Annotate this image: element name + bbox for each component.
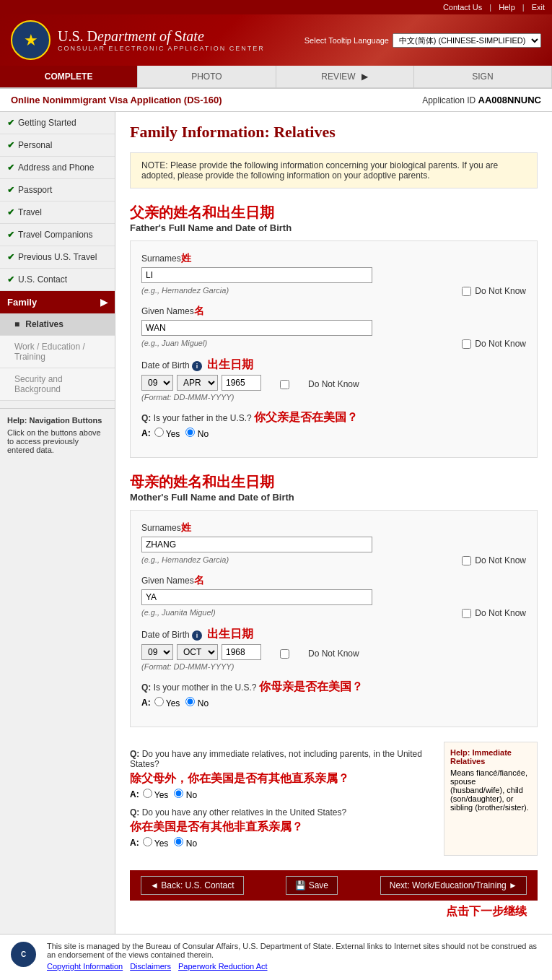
mother-dob-dontknow-checkbox[interactable] (265, 649, 305, 659)
sidebar-item-travel-companions[interactable]: ✔ Travel Companions (0, 224, 115, 246)
tab-complete[interactable]: COMPLETE (0, 66, 138, 87)
mother-surnames-dontknow-checkbox[interactable] (462, 556, 471, 565)
mother-surnames-group: Surnames姓 (e.g., Hernandez Garcia) Do No… (141, 521, 526, 565)
other-rel-no-radio[interactable] (174, 837, 183, 846)
top-bar: Contact Us | Help | Exit (0, 0, 552, 14)
sidebar-item-relatives[interactable]: ■ Relatives (0, 313, 115, 336)
main-layout: ✔ Getting Started ✔ Personal ✔ Address a… (0, 112, 552, 934)
father-in-us-group: Q: Is your father in the U.S.? 你父亲是否在美国？… (141, 410, 526, 439)
mother-surnames-input[interactable] (141, 537, 372, 552)
father-givennames-input[interactable] (141, 320, 372, 336)
sidebar-item-getting-started[interactable]: ✔ Getting Started (0, 112, 115, 134)
next-button[interactable]: Next: Work/Education/Training ► (380, 876, 527, 895)
father-surnames-input[interactable] (141, 267, 372, 283)
mother-dob-day-select[interactable]: 09 (141, 644, 173, 660)
help-link[interactable]: Help (499, 3, 515, 12)
sidebar-item-passport[interactable]: ✔ Passport (0, 179, 115, 201)
other-rel-yes-radio[interactable] (143, 837, 152, 846)
review-arrow-icon: ▶ (362, 71, 368, 82)
father-dob-dontknow-label: Do Not Know (308, 379, 359, 389)
department-name: U.S. Department of State (58, 28, 265, 45)
mother-title-cn: 母亲的姓名和出生日期 (130, 472, 538, 492)
app-id: Application ID AA008NNUNC (422, 95, 541, 105)
father-us-yes-radio[interactable] (154, 428, 164, 437)
mother-us-yes-radio[interactable] (154, 697, 164, 706)
paperwork-link[interactable]: Paperwork Reduction Act (178, 962, 268, 971)
sidebar-item-prev-us-travel[interactable]: ✔ Previous U.S. Travel (0, 246, 115, 269)
tab-sign[interactable]: SIGN (414, 66, 552, 87)
mother-us-no-radio[interactable] (185, 697, 195, 706)
mother-givennames-dontknow-label: Do Not Know (475, 608, 526, 618)
header: ★ U.S. Department of State CONSULAR ELEC… (0, 14, 552, 66)
check-icon: ✔ (7, 140, 14, 150)
footer-links: Copyright Information Disclaimers Paperw… (47, 962, 541, 971)
note-box: NOTE: Please provide the following infor… (130, 152, 538, 188)
father-surnames-group: Surnames姓 (e.g., Hernandez Garcia) Do No… (141, 252, 526, 296)
father-surnames-dontknow-checkbox[interactable] (462, 287, 471, 296)
check-icon: ✔ (7, 185, 14, 195)
mother-dob-info-icon[interactable]: i (192, 630, 202, 641)
mother-section-header: 母亲的姓名和出生日期 Mother's Full Name and Date o… (130, 472, 538, 503)
q2-cn-text: 你在美国是否有其他非直系亲属？ (130, 820, 437, 835)
immediate-relatives-group: Q: Do you have any immediate relatives, … (130, 749, 437, 800)
mother-dob-month-select[interactable]: OCTJANFEBMARAPRMAYJUNJULAUGSEPNOVDEC (177, 644, 218, 660)
check-icon: ✔ (7, 207, 14, 217)
immediate-relatives-help: Help: Immediate Relatives Means fiancé/f… (444, 742, 538, 856)
app-id-value: AA008NNUNC (478, 95, 541, 105)
check-icon: ✔ (7, 274, 14, 285)
imm-rel-no-radio[interactable] (174, 789, 183, 798)
mother-givennames-group: Given Names名 (e.g., Juanita Miguel) Do N… (141, 574, 526, 618)
sidebar-item-us-contact[interactable]: ✔ U.S. Contact (0, 269, 115, 291)
father-dob-info-icon[interactable]: i (192, 361, 202, 371)
mother-dob-group: Date of Birth i 出生日期 09 OCTJANFEBMARAPRM… (141, 627, 526, 671)
sidebar-item-family[interactable]: Family ▶ (0, 291, 115, 313)
app-header: Online Nonimmigrant Visa Application (DS… (0, 89, 552, 112)
check-icon: ✔ (7, 118, 14, 128)
language-selector[interactable]: Select Tooltip Language 中文(简体) (CHINESE-… (305, 33, 541, 48)
save-button[interactable]: 💾 Save (286, 876, 338, 895)
father-surnames-dontknow-label: Do Not Know (475, 286, 526, 296)
father-dob-month-select[interactable]: APRJANFEBMARMAYJUNJULAUGSEPOCTNOVDEC (177, 375, 218, 391)
check-icon: ✔ (7, 230, 14, 240)
relatives-section: Q: Do you have any immediate relatives, … (130, 742, 538, 856)
sidebar-item-address-phone[interactable]: ✔ Address and Phone (0, 157, 115, 179)
tab-photo[interactable]: PHOTO (138, 66, 276, 87)
bullet-icon: ■ (14, 319, 19, 329)
imm-rel-yes-radio[interactable] (143, 789, 152, 798)
other-relatives-group: Q: Do you have any other relatives in th… (130, 807, 437, 849)
contact-us-link[interactable]: Contact Us (443, 3, 482, 12)
language-dropdown[interactable]: 中文(简体) (CHINESE-SIMPLIFIED) English (393, 33, 541, 48)
father-form: Surnames姓 (e.g., Hernandez Garcia) Do No… (130, 240, 538, 458)
sidebar-item-travel[interactable]: ✔ Travel (0, 201, 115, 224)
main-content: Family Information: Relatives NOTE: Plea… (115, 112, 552, 934)
mother-givennames-input[interactable] (141, 589, 372, 605)
father-givennames-dontknow-label: Do Not Know (475, 339, 526, 349)
father-dob-dontknow-checkbox[interactable] (265, 380, 305, 389)
mother-dob-year-input[interactable] (222, 644, 261, 660)
father-dob-year-input[interactable] (222, 375, 261, 391)
back-button[interactable]: ◄ Back: U.S. Contact (141, 876, 244, 895)
sidebar-help: Help: Navigation Buttons Click on the bu… (0, 408, 115, 461)
father-title-cn: 父亲的姓名和出生日期 (130, 203, 538, 222)
sidebar-item-security-background[interactable]: Security and Background (0, 368, 115, 401)
father-givennames-dontknow-checkbox[interactable] (462, 339, 471, 349)
q1-cn-text: 除父母外，你在美国是否有其他直系亲属？ (130, 771, 437, 786)
father-dob-group: Date of Birth i 出生日期 09 APRJANFEBMARMAYJ… (141, 357, 526, 402)
bottom-nav: ◄ Back: U.S. Contact 💾 Save Next: Work/E… (130, 870, 538, 901)
click-hint: 点击下一步继续 (130, 901, 538, 923)
tab-review[interactable]: REVIEW ▶ (276, 66, 414, 87)
sidebar-item-personal[interactable]: ✔ Personal (0, 134, 115, 157)
check-icon: ✔ (7, 252, 14, 262)
sidebar-item-work-education[interactable]: Work / Education / Training (0, 336, 115, 368)
mother-givennames-dontknow-checkbox[interactable] (462, 609, 471, 618)
mother-dob-dontknow-label: Do Not Know (308, 649, 359, 659)
father-us-no-radio[interactable] (185, 428, 195, 437)
check-icon: ✔ (7, 162, 14, 173)
app-title: Online Nonimmigrant Visa Application (DS… (11, 95, 222, 105)
disclaimers-link[interactable]: Disclaimers (130, 962, 171, 971)
copyright-link[interactable]: Copyright Information (47, 962, 123, 971)
exit-link[interactable]: Exit (532, 3, 545, 12)
mother-form: Surnames姓 (e.g., Hernandez Garcia) Do No… (130, 510, 538, 727)
father-dob-day-select[interactable]: 09 (141, 375, 173, 391)
father-title-en: Father's Full Name and Date of Birth (130, 222, 538, 233)
